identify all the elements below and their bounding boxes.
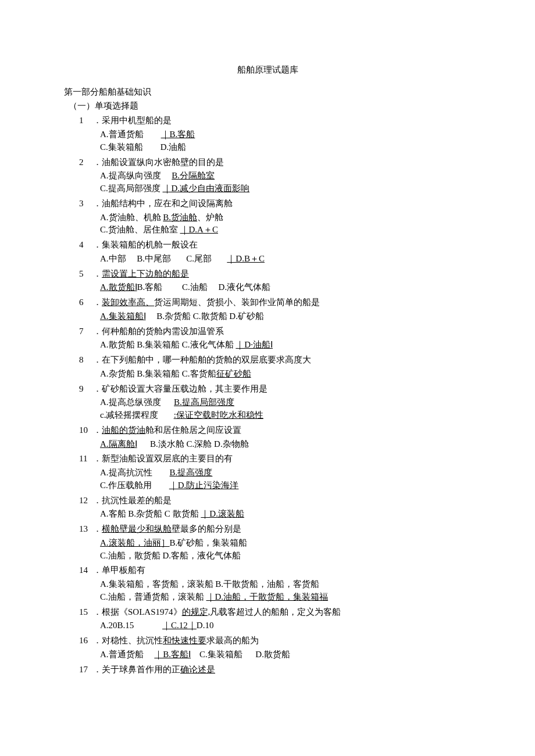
- question-stem: 10．油船的货油舱和居住舱居之间应设置: [79, 424, 459, 437]
- question-stem-text: ．油船设置纵向水密舱壁的目的是: [93, 157, 224, 167]
- text-span: A.普通货船: [100, 650, 154, 659]
- underlined-text: B.分隔舱室: [172, 171, 215, 180]
- question-stem: 4．集装箱船的机舱一般设在: [79, 239, 459, 252]
- option-row: A.提高总纵强度 B.提高局部强度: [79, 396, 459, 409]
- option-row: A.普通货船 ｜B.客船: [79, 128, 459, 141]
- text-span: C.提高局部强度: [100, 184, 163, 193]
- text-span: 求最高的船为: [206, 636, 259, 645]
- question-number: 4: [79, 239, 93, 252]
- underlined-text: A.散货船Ⅰ: [100, 282, 137, 292]
- text-span: A.20B.15: [100, 621, 162, 630]
- question-number: 9: [79, 383, 93, 396]
- question-number: 17: [79, 664, 93, 676]
- underlined-text: 油船的货油: [102, 425, 145, 435]
- question-stem: 16．对稳性、抗沉性和快速性要求最高的船为: [79, 635, 459, 647]
- question-stem: 8．在下列船舶中，哪一种船舶的货舱的双层底要求高度大: [79, 354, 459, 367]
- underlined-text: 需设置上下边舱的船是: [102, 269, 189, 278]
- underlined-text: ｜B.客船Ⅰ: [154, 650, 191, 659]
- underlined-text: :保证空载时吃水和稳性: [174, 410, 263, 420]
- text-span: A.杂货船 B.集装箱船 C.客货船: [100, 369, 216, 378]
- underlined-text: A.滚装船，油丽］: [100, 538, 170, 547]
- underlined-text: 装卸效率高、: [102, 298, 154, 307]
- question-stem: 12．抗沉性最差的船是: [79, 495, 459, 507]
- question-stem-text: ．单甲板船有: [93, 565, 145, 575]
- question-number: 15: [79, 606, 93, 619]
- underlined-text: 确论述是: [180, 665, 215, 674]
- underlined-text: 横舱壁最少和纵舱: [102, 524, 172, 533]
- question-number: 14: [79, 564, 93, 577]
- question-item: 6．装卸效率高、货运周期短、货损小、装卸作业简单的船是A.集装箱船Ⅰ B.杂货船…: [79, 296, 459, 323]
- underlined-text: ｜D∙油船Ⅰ: [236, 340, 273, 349]
- question-item: 7．何种船舶的货舱内需设加温管系A.散货船 B.集装箱船 C.液化气体船 ｜D∙…: [79, 325, 459, 352]
- question-stem: 17．关于球鼻首作用的正确论述是: [79, 664, 459, 676]
- text-span: A.提高纵向强度: [100, 171, 172, 180]
- text-span: A.客船 B.杂货船 C 散货船: [100, 509, 201, 518]
- option-row: C.集装箱船 D.油船: [79, 141, 459, 154]
- option-row: C.提高局部强度 ｜D.减少自由液面影响: [79, 182, 459, 195]
- text-span: A.普通货船: [100, 130, 161, 139]
- option-row: A.提高纵向强度 B.分隔舱室: [79, 170, 459, 182]
- text-span: ．: [93, 425, 102, 435]
- text-span: c.减轻摇摆程度: [100, 410, 174, 420]
- underlined-text: ｜D.防止污染海洋: [169, 481, 239, 490]
- underlined-text: ｜D.B＋C: [227, 254, 265, 263]
- underlined-text: B.提高强度: [170, 468, 213, 477]
- question-number: 3: [79, 198, 93, 210]
- question-number: 8: [79, 354, 93, 367]
- question-item: 16．对稳性、抗沉性和快速性要求最高的船为A.普通货船 ｜B.客船Ⅰ C.集装箱…: [79, 635, 459, 661]
- option-row: A.集装箱船Ⅰ B.杂货船 C.散货船 D.矿砂船: [79, 310, 459, 323]
- question-stem: 13．横舱壁最少和纵舱壁最多的船分别是: [79, 523, 459, 536]
- question-stem-text: ．集装箱船的机舱一般设在: [93, 240, 198, 249]
- question-item: 15．根据《SOLAS1974》的规定,凡载客超过人的船舶，定义为客船A.20B…: [79, 606, 459, 633]
- text-span: A.集装箱船，客货船，滚装船 B.干散货船，油船，客货船: [100, 579, 319, 589]
- text-span: 、炉舱: [197, 213, 223, 222]
- question-stem: 2．油船设置纵向水密舱壁的目的是: [79, 156, 459, 169]
- question-item: 9．矿砂船设置大容量压载边舱，其主要作用是A.提高总纵强度 B.提高局部强度c.…: [79, 383, 459, 422]
- option-row: A.中部 B.中尾部 C.尾部 ｜D.B＋C: [79, 253, 459, 266]
- text-span: ．: [93, 298, 102, 307]
- question-item: 14．单甲板船有A.集装箱船，客货船，滚装船 B.干散货船，油船，客货船C.油船…: [79, 564, 459, 603]
- option-row: A.普通货船 ｜B.客船Ⅰ C.集装箱船 D.散货船: [79, 648, 459, 661]
- question-number: 5: [79, 268, 93, 281]
- text-span: C.集装箱船 D.散货船: [191, 650, 290, 659]
- question-stem: 5．需设置上下边舱的船是: [79, 268, 459, 281]
- option-row: A.提高抗沉性 B.提高强度: [79, 467, 459, 479]
- option-row: C.货油舱、居住舱室 ｜D.A＋C: [79, 224, 459, 237]
- underlined-text: 的规定,: [182, 607, 211, 617]
- option-row: A.集装箱船，客货船，滚装船 B.干散货船，油船，客货船: [79, 578, 459, 591]
- question-stem-text: ．在下列船舶中，哪一种船舶的货舱的双层底要求高度大: [93, 355, 311, 364]
- underlined-text: B.提高局部强度: [174, 397, 234, 407]
- text-span: A.货油舱、机舱: [100, 213, 163, 222]
- underlined-text: A.隔离舱Ⅰ: [100, 439, 137, 449]
- question-stem: 1．采用中机型船的是: [79, 114, 459, 127]
- text-span: C.油船，散货船 D.客船，液化气体船: [100, 551, 241, 560]
- question-stem-text: ．何种船舶的货舱内需设加温管系: [93, 327, 224, 336]
- underlined-text: ｜D.滚装船: [201, 509, 244, 518]
- question-number: 7: [79, 325, 93, 338]
- text-span: 货运周期短、货损小、装卸作业简单的船是: [154, 298, 320, 307]
- question-stem: 6．装卸效率高、货运周期短、货损小、装卸作业简单的船是: [79, 296, 459, 309]
- text-span: ．关于球鼻首作用的正: [93, 665, 180, 674]
- text-span: A.提高抗沉性: [100, 468, 170, 477]
- option-row: A.20B.15 ｜C.12｜D.10: [79, 619, 459, 632]
- text-span: C.集装箱船 D.油船: [100, 142, 186, 152]
- question-number: 10: [79, 424, 93, 437]
- option-row: A.杂货船 B.集装箱船 C.客货船征矿砂船: [79, 368, 459, 381]
- question-stem-text: ．抗沉性最差的船是: [93, 496, 172, 505]
- option-row: C.作压载舱用 ｜D.防止污染海洋: [79, 479, 459, 492]
- text-span: B.矿砂船，集装箱船: [170, 538, 248, 547]
- text-span: C.货油舱、居住舱室: [100, 225, 180, 234]
- question-number: 13: [79, 523, 93, 536]
- question-item: 12．抗沉性最差的船是A.客船 B.杂货船 C 散货船 ｜D.滚装船: [79, 495, 459, 521]
- underlined-text: 征矿砂船: [216, 369, 251, 378]
- text-span: A.散货船 B.集装箱船 C.液化气体船: [100, 340, 236, 349]
- question-stem: 7．何种船舶的货舱内需设加温管系: [79, 325, 459, 338]
- question-number: 2: [79, 156, 93, 169]
- text-span: 舱和居住舱居之间应设置: [145, 425, 241, 435]
- text-span: ．根据《SOLAS1974》: [93, 607, 182, 617]
- underlined-text: ｜D.油船，干散货船，集装箱福: [206, 592, 329, 601]
- question-stem: 3．油船结构中，应在和之间设隔离舱: [79, 198, 459, 210]
- question-number: 16: [79, 635, 93, 647]
- text-span: C.作压载舱用: [100, 481, 169, 490]
- question-list: 1．采用中机型船的是A.普通货船 ｜B.客船C.集装箱船 D.油船2．油船设置纵…: [76, 114, 459, 676]
